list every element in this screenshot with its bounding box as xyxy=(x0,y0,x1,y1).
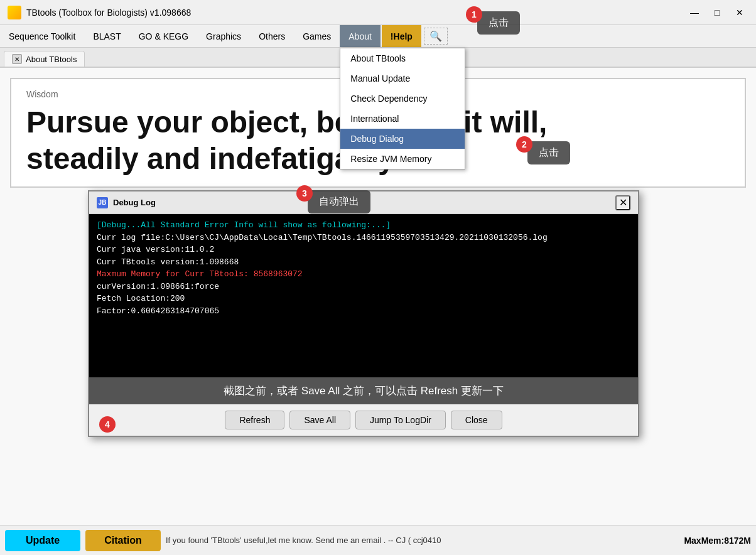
minimize-button[interactable]: — xyxy=(686,4,703,21)
menu-bar: Sequence Toolkit BLAST GO & KEGG Graphic… xyxy=(0,25,756,48)
menu-help[interactable]: !Help xyxy=(382,25,421,47)
save-all-button[interactable]: Save All xyxy=(289,411,350,429)
close-dialog-button[interactable]: Close xyxy=(451,411,502,429)
window-controls: — □ ✕ xyxy=(686,4,748,21)
status-bar: Update Citation If you found 'TBtools' u… xyxy=(0,525,756,555)
search-icon: 🔍 xyxy=(429,30,442,42)
jump-logdir-button[interactable]: Jump To LogDir xyxy=(355,411,446,429)
menu-go-kegg[interactable]: GO & KEGG xyxy=(130,25,197,47)
menu-sequence-toolkit[interactable]: Sequence Toolkit xyxy=(0,25,84,47)
dialog-close-button[interactable]: ✕ xyxy=(615,195,630,210)
dropdown-check-dependency[interactable]: Check Dependency xyxy=(340,89,465,109)
dialog-bottom: 截图之前，或者 Save All 之前，可以点击 Refresh 更新一下 Re… xyxy=(89,377,638,436)
annotation-1-number: 1 xyxy=(466,6,482,23)
annotation-3-bubble: 3 自动弹出 xyxy=(308,190,370,213)
tab-close-button[interactable]: ✕ xyxy=(12,54,22,64)
status-text: If you found 'TBtools' useful,let me kno… xyxy=(166,536,674,545)
menu-graphics[interactable]: Graphics xyxy=(197,25,250,47)
annotation-1-bubble: 1 点击 xyxy=(477,11,520,35)
maximize-button[interactable]: □ xyxy=(708,4,726,21)
dropdown-resize-jvm[interactable]: Resize JVM Memory xyxy=(340,149,465,169)
debug-dialog: JB Debug Log ✕ [Debug...All Standard Err… xyxy=(88,190,639,437)
about-dropdown: About TBtools Manual Update Check Depend… xyxy=(340,48,465,170)
annotation-2-bubble: 2 点击 xyxy=(527,141,570,164)
tab-about-tbtools[interactable]: ✕ About TBtools xyxy=(4,51,85,67)
menu-others[interactable]: Others xyxy=(250,25,294,47)
menu-about[interactable]: About About TBtools Manual Update Check … xyxy=(340,25,381,47)
dropdown-manual-update[interactable]: Manual Update xyxy=(340,68,465,89)
title-bar-text: TBtools (Toolbox for Biologists) v1.0986… xyxy=(26,8,686,18)
update-button[interactable]: Update xyxy=(5,530,80,551)
dialog-buttons: Refresh Save All Jump To LogDir Close xyxy=(89,404,638,436)
dropdown-international[interactable]: International xyxy=(340,109,465,129)
dropdown-debug-dialog[interactable]: Debug Dialog xyxy=(340,129,465,149)
app-icon xyxy=(8,6,21,19)
dialog-note: 截图之前，或者 Save All 之前，可以点击 Refresh 更新一下 xyxy=(89,377,638,404)
debug-console[interactable]: [Debug...All Standard Error Info will sh… xyxy=(89,214,638,377)
citation-button[interactable]: Citation xyxy=(85,530,161,551)
annotation-2-number: 2 xyxy=(516,136,532,153)
title-bar: TBtools (Toolbox for Biologists) v1.0986… xyxy=(0,0,756,25)
dialog-app-icon: JB xyxy=(97,197,108,208)
annotation-4-number: 4 xyxy=(99,416,116,433)
close-window-button[interactable]: ✕ xyxy=(731,4,748,21)
tab-label: About TBtools xyxy=(26,55,77,64)
refresh-button[interactable]: Refresh xyxy=(225,411,284,429)
search-button[interactable]: 🔍 xyxy=(424,28,448,45)
dropdown-about-tbtools[interactable]: About TBtools xyxy=(340,48,465,68)
maxmem-label: MaxMem:8172M xyxy=(684,536,751,546)
menu-blast[interactable]: BLAST xyxy=(84,25,129,47)
annotation-3-number: 3 xyxy=(296,185,313,202)
menu-games[interactable]: Games xyxy=(294,25,340,47)
